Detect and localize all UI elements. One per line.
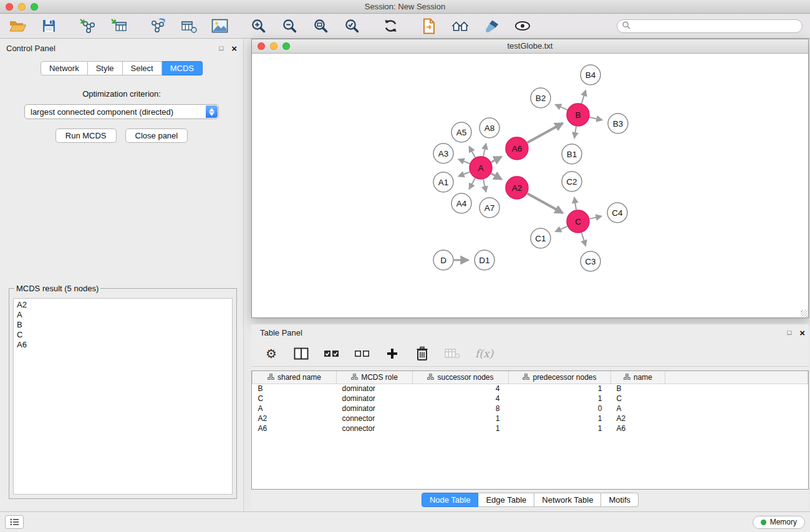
save-icon[interactable] (40, 17, 57, 35)
table-row[interactable]: Adominator80A (253, 404, 808, 414)
graph-node-C3[interactable]: C3 (581, 251, 600, 271)
session-document-icon[interactable] (420, 17, 438, 35)
table-cell[interactable]: 1 (413, 423, 509, 433)
mcds-result-item[interactable]: A2 (14, 300, 232, 310)
graph-node-B2[interactable]: B2 (531, 88, 551, 108)
graph-node-B4[interactable]: B4 (581, 65, 600, 85)
search-input[interactable] (634, 21, 797, 31)
graph-node-B1[interactable]: B1 (562, 144, 582, 164)
close-window-button[interactable] (6, 3, 13, 11)
table-cell[interactable]: C (611, 394, 665, 404)
graph-edge-A-A4[interactable] (469, 178, 475, 189)
style-brush-icon[interactable] (483, 17, 500, 35)
graph-node-D[interactable]: D (433, 250, 453, 270)
graph-edge-C-C4[interactable] (590, 216, 602, 219)
zoom-selected-icon[interactable] (343, 17, 360, 35)
tab-motifs[interactable]: Motifs (601, 493, 639, 507)
graph-edge-B-B3[interactable] (590, 117, 602, 120)
table-cell[interactable]: 1 (413, 414, 509, 423)
float-table-panel-icon[interactable]: □ (788, 329, 792, 336)
graph-edge-B-B2[interactable] (556, 105, 567, 110)
task-history-button[interactable] (5, 515, 24, 529)
table-cell[interactable]: B (611, 384, 665, 394)
table-cell[interactable]: A2 (611, 414, 665, 423)
graph-edge-C-C3[interactable] (582, 233, 586, 246)
table-cell[interactable]: dominator (337, 384, 413, 394)
tab-network[interactable]: Network (41, 61, 88, 75)
export-table-icon[interactable] (180, 17, 197, 35)
graph-edge-A-A5[interactable] (469, 147, 475, 157)
select-all-icon[interactable] (324, 345, 339, 362)
table-row[interactable]: Cdominator41C (253, 394, 808, 404)
minimize-window-button[interactable] (18, 3, 26, 11)
network-canvas[interactable]: B4B2BB3A8A5A6B1A3AC2A1A2A4A7C4CC1C3DD1 (252, 54, 808, 317)
table-cell[interactable]: 1 (509, 423, 611, 433)
graph-node-A1[interactable]: A1 (433, 172, 453, 192)
table-cell[interactable]: 8 (413, 404, 509, 414)
table-cell[interactable]: dominator (337, 404, 413, 414)
column-header-shared-name[interactable]: shared name (253, 371, 337, 384)
graph-node-A7[interactable]: A7 (480, 198, 499, 218)
graph-node-C[interactable]: C (567, 210, 589, 233)
table-row[interactable]: A6connector11A6 (253, 423, 808, 433)
graph-node-A4[interactable]: A4 (451, 193, 471, 213)
column-header-name[interactable]: name (611, 371, 665, 384)
run-mcds-button[interactable]: Run MCDS (55, 128, 117, 143)
table-cell[interactable]: C (253, 394, 337, 404)
tab-network-table[interactable]: Network Table (534, 493, 601, 507)
table-cell[interactable]: connector (337, 423, 413, 433)
table-cell[interactable]: A2 (253, 414, 337, 423)
graph-node-D1[interactable]: D1 (475, 250, 494, 270)
graph-edge-B-B1[interactable] (574, 127, 576, 138)
tab-mcds[interactable]: MCDS (162, 61, 203, 75)
zoom-out-icon[interactable] (281, 17, 298, 35)
graph-node-C2[interactable]: C2 (562, 172, 582, 191)
tab-select[interactable]: Select (123, 61, 162, 75)
gear-icon[interactable]: ⚙ (264, 345, 279, 362)
zoom-network-window-button[interactable] (282, 42, 290, 50)
graph-edge-A-A1[interactable] (458, 172, 470, 177)
minimize-network-window-button[interactable] (270, 42, 277, 50)
graph-edge-A-A2[interactable] (491, 173, 502, 179)
import-network-icon[interactable] (79, 17, 96, 35)
table-cell[interactable]: 0 (509, 404, 611, 414)
table-cell[interactable]: A6 (253, 423, 337, 433)
float-panel-icon[interactable]: □ (219, 45, 224, 52)
table-cell[interactable]: A6 (611, 423, 665, 433)
graph-node-B[interactable]: B (567, 104, 589, 126)
graph-node-C4[interactable]: C4 (607, 203, 627, 223)
search-field[interactable] (617, 19, 803, 33)
table-cell[interactable]: A (611, 404, 665, 414)
close-table-panel-icon[interactable]: × (799, 328, 805, 337)
graph-node-A6[interactable]: A6 (506, 137, 528, 160)
open-folder-icon[interactable] (9, 17, 26, 35)
table-cell[interactable]: 1 (509, 384, 611, 394)
graph-node-A3[interactable]: A3 (433, 143, 453, 163)
graph-edge-A6-B[interactable] (528, 123, 563, 143)
mcds-result-item[interactable]: A6 (14, 340, 232, 350)
close-network-window-button[interactable] (258, 42, 265, 50)
window-resize-grip[interactable] (801, 310, 808, 317)
graph-node-A8[interactable]: A8 (480, 118, 499, 138)
column-header-mcds-role[interactable]: MCDS role (337, 371, 413, 384)
tab-style[interactable]: Style (88, 61, 123, 75)
column-header-predecessor-nodes[interactable]: predecessor nodes (509, 371, 611, 384)
import-table-icon[interactable] (110, 17, 127, 35)
network-window-titlebar[interactable]: testGlobe.txt (252, 39, 808, 54)
export-image-icon[interactable] (211, 17, 228, 35)
tab-node-table[interactable]: Node Table (422, 493, 479, 507)
export-network-icon[interactable] (148, 17, 166, 35)
graph-edge-C-C2[interactable] (574, 198, 576, 210)
eye-icon[interactable] (514, 17, 531, 35)
graph-edge-A-A7[interactable] (483, 180, 486, 192)
graph-edge-A-A8[interactable] (483, 143, 486, 156)
tab-edge-table[interactable]: Edge Table (478, 493, 534, 507)
table-cell[interactable]: B (253, 384, 337, 394)
table-cell[interactable]: A (253, 404, 337, 414)
delete-icon[interactable] (415, 345, 430, 362)
memory-button[interactable]: Memory (753, 516, 805, 529)
graph-edge-A2-C[interactable] (528, 193, 563, 213)
close-panel-icon[interactable]: × (231, 44, 237, 53)
graph-edge-B-B4[interactable] (582, 90, 586, 104)
graph-node-A5[interactable]: A5 (451, 122, 471, 142)
